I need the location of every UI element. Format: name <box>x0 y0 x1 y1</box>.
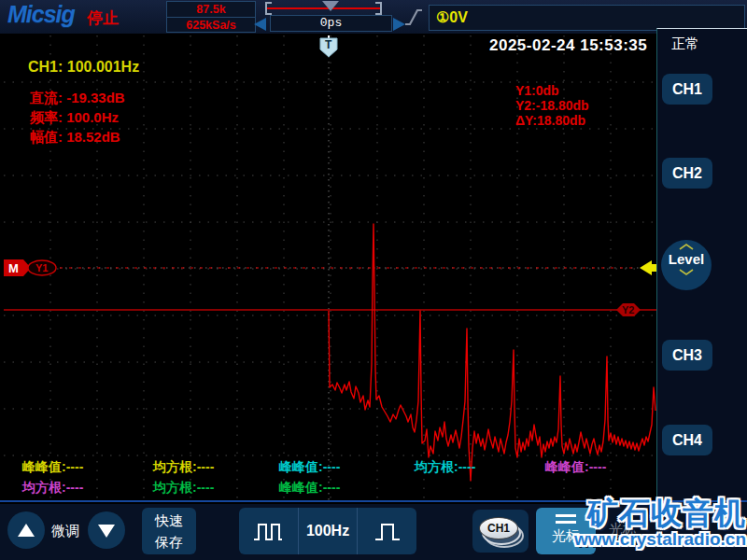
freq-reading: 频率: 100.0Hz <box>30 107 125 127</box>
sidebar-ch4-button[interactable]: CH4 <box>662 425 712 455</box>
timestamp: 2025-02-24 15:53:35 <box>489 36 647 55</box>
sample-rate: 625kSa/s <box>167 18 255 33</box>
channel-select-pill[interactable]: CH1 <box>472 510 529 553</box>
meas-rms-1: 均方根:---- <box>153 459 214 476</box>
micsig-logo: Micsig <box>7 1 75 28</box>
time-offset-box[interactable]: 0ps <box>270 15 392 32</box>
chevron-up-icon <box>679 244 694 250</box>
trigger-slope-icon[interactable] <box>403 6 424 32</box>
meas-pkpk-2: 峰峰值:---- <box>279 459 340 476</box>
trigger-marker-label: T <box>325 38 332 51</box>
amplitude-reading: 幅值: 18.52dB <box>30 127 125 147</box>
waveform-display[interactable]: M Y1 Y2 T 2025-02-24 15:53:35 CH1: 100.0… <box>4 35 657 502</box>
single-pulse-icon <box>374 519 402 543</box>
cursor-readout-block: Y1:0db Y2:-18.80db ΔY:18.80db <box>515 83 589 128</box>
meas-pkpk-1: 峰峰值:---- <box>22 459 83 476</box>
quick-save-label-line1: 快速 <box>142 510 196 531</box>
dc-reading: 直流: -19.33dB <box>30 88 125 107</box>
trigger-source-box[interactable]: ①0V <box>429 5 745 31</box>
cursor-y2-readout: Y2:-18.80db <box>515 98 589 113</box>
pill-channel-label: CH1 <box>479 517 518 539</box>
cursor-y1-badge[interactable]: Y1 <box>28 260 56 275</box>
sidebar-ch1-button[interactable]: CH1 <box>662 74 712 105</box>
cursor-secondary-label[interactable]: 光标 <box>609 521 637 539</box>
triangle-down-icon <box>98 525 115 538</box>
cursor-button-label: 光标 <box>552 527 580 543</box>
right-sidebar: 正常 CH1 CH2 Level CH3 CH4 <box>656 28 747 505</box>
adjust-down-button[interactable] <box>88 511 125 549</box>
fft-trace <box>329 224 655 481</box>
memory-window-indicator[interactable] <box>264 1 383 16</box>
triangle-up-icon <box>18 524 35 537</box>
cursor-button-active[interactable]: 光标 <box>536 508 596 554</box>
trigger-time-marker[interactable]: T <box>320 35 337 57</box>
measurement-row-1: 峰峰值:---- 均方根:---- 峰峰值:---- 均方根:---- 峰峰值:… <box>4 459 660 476</box>
cursor-y2-badge[interactable]: Y2 <box>616 303 641 316</box>
math-channel-marker[interactable]: M <box>4 259 31 276</box>
sidebar-ch2-button[interactable]: CH2 <box>662 158 712 189</box>
cursor-lines-icon <box>556 514 576 524</box>
level-button-label: Level <box>661 251 712 267</box>
meas-rms-4: 均方根:---- <box>153 480 214 497</box>
acquisition-info-box[interactable]: 87.5k 625kSa/s <box>166 1 256 33</box>
math-marker-label: M <box>8 261 19 275</box>
frame-count: 87.5k <box>167 2 255 18</box>
sidebar-ch3-button[interactable]: CH3 <box>662 340 712 371</box>
sidebar-level-button[interactable]: Level <box>661 240 712 290</box>
bottom-separator-line <box>0 500 747 502</box>
cursor-delta-readout: ΔY:18.80db <box>515 113 589 128</box>
meas-pkpk-3: 峰峰值:---- <box>545 459 606 476</box>
cursor-y2-label: Y2 <box>622 304 634 315</box>
memory-trigger-position-icon[interactable] <box>322 1 339 11</box>
meas-pkpk-4: 峰峰值:---- <box>279 480 340 497</box>
meas-rms-2: 均方根:---- <box>415 459 475 476</box>
square-wave-button[interactable] <box>239 508 299 554</box>
adjust-up-button[interactable] <box>7 511 45 549</box>
time-offset-left-arrow[interactable] <box>254 18 266 31</box>
signal-generator-group: 100Hz <box>239 508 416 554</box>
meas-rms-3: 均方根:---- <box>22 480 83 497</box>
measurement-row-2: 均方根:---- 均方根:---- 峰峰值:---- <box>4 480 660 497</box>
trigger-mode-label[interactable]: 正常 <box>671 35 699 53</box>
run-state-label[interactable]: 停止 <box>87 7 119 29</box>
double-pulse-icon <box>252 519 284 543</box>
chevron-down-icon <box>679 269 694 275</box>
measurement-readout-block: 直流: -19.33dB 频率: 100.0Hz 幅值: 18.52dB <box>30 88 125 147</box>
quick-save-label-line2: 保存 <box>142 531 196 553</box>
channel-frequency-readout: CH1: 100.001Hz <box>28 59 139 76</box>
bottom-bar: 微调 快速 保存 100Hz CH1 光标 光标 <box>0 504 747 560</box>
signal-frequency-label: 100Hz <box>306 523 349 539</box>
pulse-wave-button[interactable] <box>358 508 416 554</box>
signal-frequency-button[interactable]: 100Hz <box>299 508 359 554</box>
top-bar: Micsig 停止 87.5k 625kSa/s 0ps ①0V <box>0 0 747 34</box>
fine-tune-label: 微调 <box>51 523 79 540</box>
cursor-y1-readout: Y1:0db <box>515 83 589 98</box>
cursor-y1-label: Y1 <box>35 262 48 273</box>
quick-save-button[interactable]: 快速 保存 <box>142 508 196 554</box>
trigger-level-arrow[interactable] <box>640 260 657 275</box>
